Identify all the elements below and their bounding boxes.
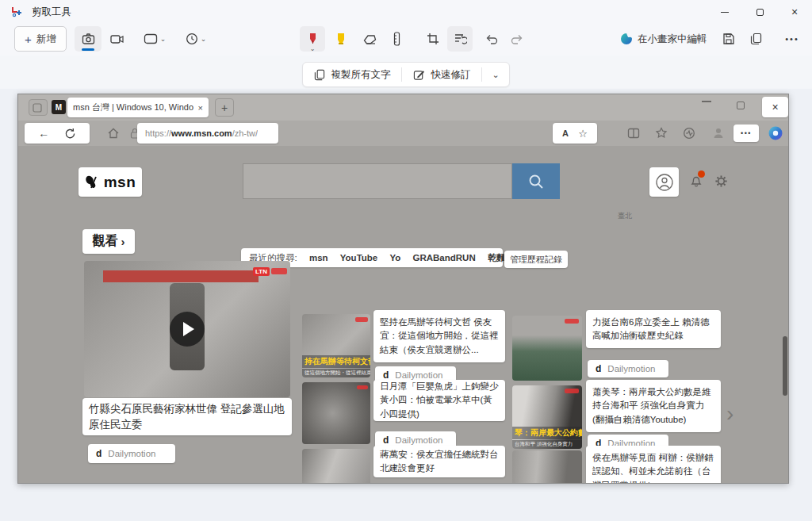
video-thumbnail[interactable]: LTN [84, 261, 290, 397]
channel-logo [357, 385, 368, 389]
copilot-icon[interactable] [768, 125, 783, 141]
video-camera-icon [110, 33, 124, 45]
window-maximize-button[interactable] [742, 0, 777, 24]
msn-logo[interactable]: msn [79, 167, 142, 197]
text-actions-button[interactable] [447, 26, 473, 52]
read-aloud-icon[interactable]: A [562, 128, 569, 138]
copy-button[interactable] [744, 26, 768, 52]
settings-gear-icon[interactable] [714, 174, 728, 188]
search-button[interactable] [512, 163, 560, 199]
channel-logo [271, 268, 287, 274]
msn-logo-text: msn [104, 174, 136, 191]
channel-logo [565, 389, 579, 393]
captured-screenshot[interactable]: M msn 台灣 | Windows 10, Windo × + × ← htt… [17, 94, 789, 484]
search-input[interactable] [243, 163, 512, 199]
edit-in-paint-button[interactable]: 在小畫家中編輯 [615, 26, 707, 52]
ltn-badge: LTN [253, 267, 270, 276]
delay-dropdown[interactable]: ⌄ [178, 26, 214, 52]
redo-icon [511, 33, 523, 44]
video-thumbnail[interactable]: 琴：兩岸最大公約數 台海和平 須強化自身實力 [512, 385, 582, 449]
crop-tool[interactable] [420, 26, 446, 52]
account-button[interactable] [649, 167, 679, 197]
thumbnail-overlay-title: 琴：兩岸最大公約數 [512, 427, 582, 439]
play-icon [183, 322, 194, 336]
video-title-box[interactable]: 堅持在馬辦等待柯文哲 侯友宜：從這個地方開始，從這裡結束（侯友宜競選辦公... [373, 310, 505, 362]
weather-location-label[interactable]: 臺北 [618, 211, 632, 221]
eraser-tool[interactable] [357, 26, 382, 52]
quick-redact-dropdown[interactable]: ⌄ [482, 63, 508, 86]
edge-minimize-icon[interactable] [702, 101, 711, 102]
back-icon[interactable]: ← [38, 127, 49, 140]
copy-all-text-button[interactable]: 複製所有文字 [303, 63, 401, 86]
video-title-box[interactable]: 蔣萬安：侯友宜擔任總統對台北建設會更好 [373, 446, 505, 477]
notifications-bell[interactable] [689, 174, 703, 191]
recent-item[interactable]: YouTube [340, 253, 377, 262]
edge-close-button[interactable]: × [762, 97, 788, 117]
channel-logo [565, 319, 579, 324]
carousel-next-button[interactable]: › [726, 401, 733, 427]
edge-maximize-icon[interactable] [737, 102, 745, 109]
tab-title: msn 台灣 | Windows 10, Windo [73, 102, 194, 113]
video-thumbnail[interactable]: 馬辦等見面 辦錯誤認知・柯並未允諾前往 [512, 450, 582, 484]
close-tab-icon[interactable]: × [198, 103, 203, 113]
video-thumbnail[interactable]: 持在馬辦等待柯文哲 從這個地方開始・從這裡結束 [302, 314, 370, 377]
profile-avatar-icon[interactable] [711, 126, 726, 140]
video-thumbnail[interactable] [302, 449, 370, 484]
text-actions-bar: 複製所有文字 快速修訂 ⌄ [0, 62, 812, 89]
video-source-box[interactable]: d Dailymotion [588, 360, 668, 377]
redo-button[interactable] [506, 26, 528, 52]
snip-shape-dropdown[interactable]: ⌄ [136, 26, 173, 52]
dailymotion-d-icon: d [96, 448, 102, 459]
new-snip-button[interactable]: + 新增 [14, 26, 67, 52]
video-title-box[interactable]: 蕭美琴：兩岸最大公約數是維持台海和平 須強化自身實力(翻攝自賴清德Youtube… [586, 380, 721, 432]
play-button[interactable] [170, 312, 205, 347]
watch-section-header[interactable]: 觀看 › [82, 229, 135, 254]
collections-icon[interactable] [655, 127, 668, 140]
browser-tab[interactable]: msn 台灣 | Windows 10, Windo × [67, 98, 209, 117]
snapshot-mode-button[interactable] [75, 26, 102, 52]
new-tab-button[interactable]: + [215, 98, 234, 117]
more-options-button[interactable]: ••• [780, 26, 804, 52]
video-title-box[interactable]: 侯在馬辦等見面 柯辦：侯辦錯誤認知、柯並未允諾前往（台灣民眾黨提供） [586, 446, 721, 484]
video-title-box[interactable]: 竹縣尖石原民藝術家林世偉 登記參選山地原住民立委 [82, 398, 292, 435]
paint-logo-icon [620, 33, 633, 45]
recent-item[interactable]: Yo [389, 253, 400, 262]
recent-item[interactable]: GRABandRUN [413, 253, 476, 262]
video-title-box[interactable]: 力挺台南6席立委全上 賴清德高喊加油衝破歷史紀錄 [586, 310, 721, 348]
recent-item[interactable]: 乾麵 [488, 253, 506, 262]
favorite-star-icon[interactable]: ☆ [578, 128, 588, 140]
ruler-tool[interactable] [385, 26, 408, 52]
url-prefix: https:// [145, 128, 171, 138]
browser-essentials-icon[interactable] [683, 127, 695, 140]
msn-page: msn 最近的搜尋: msn YouTube Yo GRABandRUN 乾麵 … [18, 146, 788, 484]
record-mode-button[interactable] [104, 26, 131, 52]
highlighter-tool[interactable] [328, 26, 354, 52]
home-icon[interactable] [107, 127, 120, 140]
video-source-box[interactable]: d Dailymotion [88, 444, 175, 463]
thumbnail-overlay-title: 持在馬辦等待柯文哲 [302, 355, 370, 368]
video-thumbnail[interactable] [512, 316, 582, 381]
copy-icon [314, 69, 325, 81]
ballpoint-pen-tool[interactable]: ⌄ [300, 26, 325, 52]
save-button[interactable] [717, 26, 741, 52]
window-minimize-button[interactable] [707, 0, 742, 24]
window-close-button[interactable]: × [777, 0, 812, 24]
page-scrollbar-thumb[interactable] [783, 336, 787, 396]
split-screen-icon[interactable] [627, 127, 640, 140]
refresh-icon[interactable] [64, 128, 76, 140]
redact-pen-icon [413, 69, 425, 81]
video-thumbnail[interactable] [302, 382, 370, 444]
edge-settings-more-button[interactable]: ••• [733, 125, 759, 142]
thumbnail-overlay-subtitle: 台海和平 須強化自身實力 [512, 440, 582, 449]
manage-history-button[interactable]: 管理歷程記錄 [504, 251, 568, 268]
url-box[interactable]: https://www.msn.com/zh-tw/ [137, 123, 278, 144]
video-title-box[interactable]: 日月潭「巨嬰魚虎」上鉤變少 黃小四：怕被電暈水草中(黃小四提供) [373, 380, 505, 421]
text-actions-icon [454, 33, 467, 45]
plus-icon: + [25, 33, 32, 46]
dailymotion-d-icon: d [596, 363, 601, 374]
quick-redact-button[interactable]: 快速修訂 [402, 63, 481, 86]
edit-in-paint-label: 在小畫家中編輯 [638, 33, 707, 46]
chevron-down-icon: ⌄ [310, 46, 316, 52]
recent-item[interactable]: msn [309, 253, 328, 262]
undo-button[interactable] [481, 26, 503, 52]
